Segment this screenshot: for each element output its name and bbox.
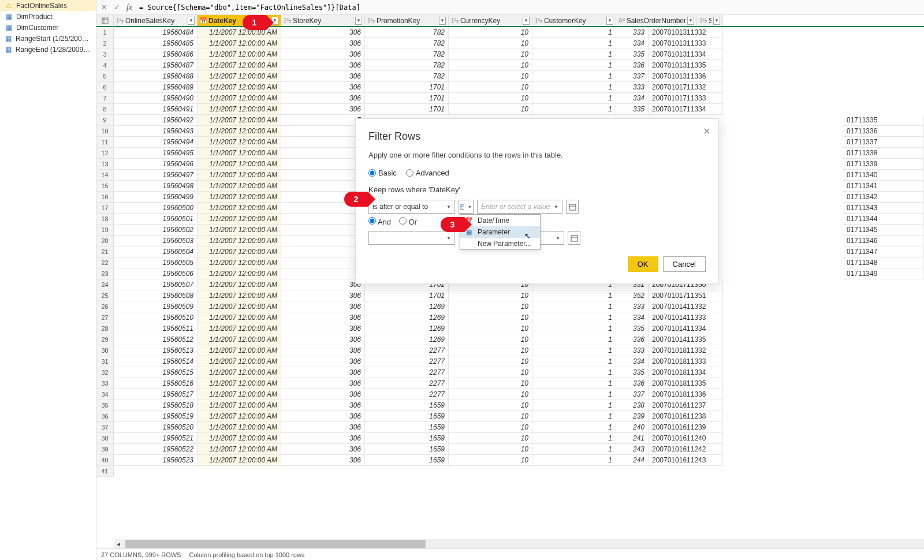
date-picker-button-2[interactable] (568, 231, 580, 245)
row-number[interactable]: 26 (96, 301, 114, 312)
row-number[interactable]: 39 (96, 444, 114, 455)
column-filter-icon[interactable]: ▼ (188, 17, 195, 25)
column-header-cuk[interactable]: 1²₃CustomerKey▼ (532, 15, 616, 26)
row-number[interactable]: 14 (96, 170, 114, 181)
value-type-dropdown[interactable]: ▼ (459, 200, 474, 214)
column-header-ck[interactable]: 1²₃CurrencyKey▼ (449, 15, 532, 26)
fx-icon[interactable]: fx (124, 2, 135, 13)
query-item[interactable]: ⚠FactOnlineSales (0, 0, 96, 11)
row-number[interactable]: 37 (96, 422, 114, 433)
row-number[interactable]: 7 (96, 93, 114, 104)
cell: 1 (532, 104, 616, 115)
row-number[interactable]: 40 (96, 455, 114, 466)
column-filter-icon[interactable]: ▼ (606, 17, 613, 25)
column-filter-icon[interactable]: ▼ (439, 17, 446, 25)
row-number[interactable]: 10 (96, 126, 114, 137)
query-item[interactable]: ▦DimProduct (0, 11, 96, 22)
cancel-formula-icon[interactable]: ✕ (99, 2, 109, 13)
or-radio[interactable]: Or (399, 217, 417, 226)
scroll-thumb[interactable] (125, 540, 426, 548)
row-number[interactable]: 19 (96, 225, 114, 236)
operator-dropdown-2[interactable]: ▼ (368, 231, 455, 245)
row-number[interactable]: 17 (96, 203, 114, 214)
type-icon: 📅 (200, 17, 207, 24)
scroll-left-icon[interactable]: ◄ (114, 539, 123, 548)
cancel-button[interactable]: Cancel (663, 256, 706, 272)
table-icon (102, 17, 109, 24)
cell: 20070101711351 (649, 290, 723, 301)
row-number[interactable]: 9 (96, 115, 114, 126)
row-number[interactable]: 30 (96, 345, 114, 356)
type-menu-datetime[interactable]: 📅Date/Time (460, 215, 540, 226)
row-number[interactable]: 34 (96, 389, 114, 400)
cell: 335 (616, 49, 649, 60)
column-filter-icon[interactable]: ▼ (355, 17, 362, 25)
and-radio[interactable]: And (368, 217, 391, 226)
basic-radio[interactable]: Basic (368, 169, 397, 177)
date-picker-button[interactable] (566, 200, 579, 214)
row-number[interactable]: 38 (96, 433, 114, 444)
row-header-corner[interactable] (96, 15, 114, 27)
close-icon[interactable]: ✕ (703, 126, 710, 137)
type-menu-parameter[interactable]: ▦Parameter (460, 226, 540, 238)
value-dropdown[interactable]: Enter or select a value▼ (477, 200, 562, 214)
advanced-radio[interactable]: Advanced (406, 169, 449, 177)
ok-button[interactable]: OK (628, 256, 658, 272)
row-number[interactable]: 21 (96, 247, 114, 257)
row-number[interactable]: 5 (96, 71, 114, 82)
row-number[interactable]: 35 (96, 400, 114, 411)
row-number[interactable]: 8 (96, 104, 114, 115)
operator-dropdown[interactable]: is after or equal to▼ (368, 200, 455, 214)
cell: 306 (281, 49, 365, 60)
column-header-son[interactable]: AᴮSalesOrderNumber▼ (616, 15, 697, 26)
row-number[interactable]: 33 (96, 378, 114, 389)
row-number[interactable]: 32 (96, 367, 114, 378)
column-filter-icon[interactable]: ▼ (713, 17, 720, 25)
row-number[interactable]: 3 (96, 49, 114, 60)
formula-input[interactable] (137, 2, 922, 13)
row-number[interactable]: 12 (96, 148, 114, 159)
row-number[interactable]: 16 (96, 192, 114, 203)
column-filter-icon[interactable]: ▼ (523, 17, 530, 25)
column-header-osk[interactable]: 1²₃OnlineSalesKey▼ (114, 15, 198, 26)
row-number[interactable]: 22 (96, 257, 114, 268)
row-number[interactable]: 18 (96, 214, 114, 225)
cell: 10 (449, 389, 532, 400)
commit-formula-icon[interactable]: ✓ (111, 2, 122, 13)
column-header-pk[interactable]: 1²₃PromotionKey▼ (365, 15, 449, 26)
row-number[interactable]: 25 (96, 290, 114, 301)
row-number[interactable]: 31 (96, 356, 114, 367)
cell: 1269 (365, 323, 449, 334)
cell: 1/1/2007 12:00:00 AM (198, 225, 281, 236)
row-number[interactable]: 15 (96, 181, 114, 192)
column-name: PromotionKey (377, 17, 437, 25)
cell: 2277 (365, 389, 449, 400)
dialog-subtitle: Apply one or more filter conditions to t… (368, 151, 706, 159)
horizontal-scrollbar[interactable]: ◄ (114, 539, 924, 548)
row-number[interactable]: 11 (96, 137, 114, 148)
queries-panel: ⚠FactOnlineSales▦DimProduct▦DimCustomer▦… (0, 0, 96, 560)
row-number[interactable]: 41 (96, 466, 114, 477)
row-number[interactable]: 13 (96, 159, 114, 170)
row-number[interactable]: 4 (96, 60, 114, 71)
column-header-sk[interactable]: 1²₃StoreKey▼ (281, 15, 365, 26)
row-number[interactable]: 6 (96, 82, 114, 93)
query-item[interactable]: ▦DimCustomer (0, 22, 96, 33)
table-row: 195605151/1/2007 12:00:00 AM306227710133… (114, 367, 924, 378)
column-header-x[interactable]: 1²₃SalesO▼ (697, 15, 723, 26)
type-menu-new-parameter[interactable]: New Parameter... (460, 238, 540, 249)
row-number[interactable]: 24 (96, 279, 114, 290)
cell: 1/1/2007 12:00:00 AM (198, 192, 281, 203)
row-number[interactable]: 20 (96, 236, 114, 247)
row-number[interactable]: 2 (96, 38, 114, 49)
row-number[interactable]: 28 (96, 323, 114, 334)
column-filter-icon[interactable]: ▼ (687, 17, 694, 25)
row-number[interactable]: 36 (96, 411, 114, 422)
row-number[interactable]: 1 (96, 27, 114, 38)
query-item[interactable]: ▦RangeStart (1/25/2009 1... (0, 33, 96, 44)
cell: 5 (281, 126, 365, 137)
row-number[interactable]: 29 (96, 334, 114, 345)
query-item[interactable]: ▦RangeEnd (1/28/2009 12... (0, 44, 96, 55)
row-number[interactable]: 27 (96, 312, 114, 323)
row-number[interactable]: 23 (96, 268, 114, 279)
